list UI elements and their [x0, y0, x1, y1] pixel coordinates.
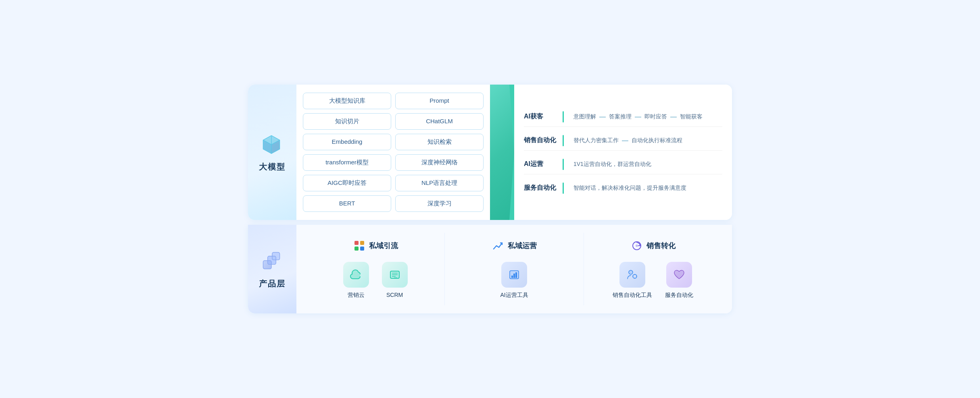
- arrow-icon: —: [635, 113, 641, 120]
- cap-label-aiops: AI运营: [524, 160, 556, 168]
- product-items-siyuyinliu: 营销云: [343, 262, 408, 299]
- product-items-siyuyunying: AI运营工具: [500, 262, 528, 299]
- cap-items-aiops: 1V1运营自动化，群运营自动化: [573, 161, 722, 168]
- arrow-icon: —: [622, 137, 628, 144]
- category-title-xiaoshouhuanhua: 销售转化: [646, 241, 676, 251]
- product-section: 私域引流 营销云: [296, 225, 732, 313]
- svg-rect-17: [360, 247, 364, 251]
- heart-icon: [666, 262, 692, 288]
- svg-rect-26: [515, 272, 517, 278]
- product-panel: 产品层: [248, 225, 296, 313]
- cap-item: 1V1运营自动化，群运营自动化: [573, 161, 651, 168]
- category-header-xiaoshouhuanhua: 销售转化: [630, 239, 676, 252]
- grid-icon: [353, 239, 366, 252]
- bottom-row: 产品层 私域引流: [248, 225, 732, 313]
- category-siyuyunying: 私域运营 AI运营工具: [445, 233, 584, 305]
- cap-item: 智能获客: [680, 113, 703, 120]
- tech-tag: AIGC即时应答: [303, 175, 391, 191]
- svg-rect-16: [354, 247, 359, 251]
- cloud-icon: [343, 262, 369, 288]
- product-name-yingxiaoyun: 营销云: [348, 292, 365, 299]
- product-name-scrm: SCRM: [386, 292, 403, 298]
- tech-tag: 深度学习: [395, 195, 484, 212]
- cap-items-service: 智能对话，解决标准化问题，提升服务满意度: [573, 184, 722, 192]
- capability-row-aiops: AI运营 1V1运营自动化，群运营自动化: [524, 155, 722, 174]
- cap-item: 答案推理: [609, 113, 632, 120]
- product-categories: 私域引流 营销云: [306, 233, 722, 305]
- cap-items-sales: 替代人力密集工作 — 自动化执行标准流程: [573, 137, 722, 144]
- tech-tag: BERT: [303, 195, 391, 212]
- product-item-salestool: 销售自动化工具: [613, 262, 652, 299]
- capability-row-ai-huoke: AI获客 意图理解 — 答案推理 — 即时应答 — 智能获客: [524, 107, 722, 127]
- cap-item: 即时应答: [644, 113, 667, 120]
- cube-icon: [260, 133, 284, 157]
- tech-tag: 知识检索: [395, 134, 484, 150]
- tech-tag: CHatGLM: [395, 113, 484, 130]
- main-container: 大模型 大模型知识库 Prompt 知识切片 CHatGLM Embedding…: [248, 85, 732, 313]
- ai-capabilities: AI获客 意图理解 — 答案推理 — 即时应答 — 智能获客 销售自动化 替代人…: [514, 85, 732, 220]
- person-gear-icon: [619, 262, 645, 288]
- tech-tag: Prompt: [395, 93, 484, 109]
- cap-divider: [563, 135, 564, 146]
- tech-tag: 知识切片: [303, 113, 391, 130]
- svg-rect-22: [394, 277, 397, 279]
- cap-label-ai-huoke: AI获客: [524, 112, 556, 121]
- product-item-yingxiaoyun: 营销云: [343, 262, 369, 299]
- product-item-serviceauto: 服务自动化: [665, 262, 693, 299]
- svg-rect-15: [360, 241, 364, 245]
- arrow-shape: [490, 85, 514, 220]
- category-title-siyuyinliu: 私域引流: [369, 241, 398, 251]
- blocks-icon: [260, 249, 284, 274]
- arrow-icon: —: [599, 113, 606, 120]
- tech-tag: NLP语言处理: [395, 175, 484, 191]
- svg-rect-25: [513, 274, 515, 278]
- product-name-aiyunying: AI运营工具: [500, 292, 528, 299]
- cap-label-sales: 销售自动化: [524, 136, 556, 145]
- cap-item: 替代人力密集工作: [573, 137, 619, 144]
- tech-tag: transformer模型: [303, 154, 391, 171]
- tech-tag: 深度神经网络: [395, 154, 484, 171]
- product-name-serviceauto: 服务自动化: [665, 292, 693, 299]
- cap-divider: [563, 182, 564, 194]
- tech-grid: 大模型知识库 Prompt 知识切片 CHatGLM Embedding 知识检…: [296, 85, 490, 220]
- arrow-icon: —: [670, 113, 677, 120]
- product-name-salestool: 销售自动化工具: [613, 292, 652, 299]
- svg-rect-24: [511, 276, 513, 278]
- cap-divider: [563, 159, 564, 170]
- gear-refresh-icon: [630, 239, 643, 252]
- cap-items-ai-huoke: 意图理解 — 答案推理 — 即时应答 — 智能获客: [573, 113, 722, 120]
- product-item-scrm: SCRM: [382, 262, 408, 299]
- product-label: 产品层: [259, 278, 286, 289]
- list-icon: [382, 262, 408, 288]
- cap-label-service: 服务自动化: [524, 184, 556, 192]
- product-item-aiyunying: AI运营工具: [500, 262, 528, 299]
- tech-tag: 大模型知识库: [303, 93, 391, 109]
- top-row: 大模型 大模型知识库 Prompt 知识切片 CHatGLM Embedding…: [248, 85, 732, 220]
- damo-label: 大模型: [259, 162, 286, 172]
- svg-point-29: [629, 270, 633, 274]
- svg-point-28: [636, 245, 638, 247]
- cap-divider: [563, 111, 564, 122]
- svg-rect-14: [354, 241, 359, 245]
- capability-row-sales: 销售自动化 替代人力密集工作 — 自动化执行标准流程: [524, 131, 722, 151]
- category-siyuyinliu: 私域引流 营销云: [306, 233, 445, 305]
- chart-line-icon: [492, 239, 505, 252]
- cap-item: 意图理解: [573, 113, 596, 120]
- category-xiaoshouhuanhua: 销售转化: [584, 233, 722, 305]
- category-title-siyuyunying: 私域运营: [508, 241, 537, 251]
- cap-item: 智能对话，解决标准化问题，提升服务满意度: [573, 184, 686, 192]
- tech-tag: Embedding: [303, 134, 391, 150]
- bar-chart-icon: [501, 262, 527, 288]
- cap-item: 自动化执行标准流程: [632, 137, 682, 144]
- product-items-xiaoshouhuanhua: 销售自动化工具 服务自动化: [613, 262, 693, 299]
- damo-panel: 大模型: [248, 85, 296, 220]
- category-header-siyuyinliu: 私域引流: [353, 239, 398, 252]
- capability-row-service: 服务自动化 智能对话，解决标准化问题，提升服务满意度: [524, 178, 722, 198]
- category-header-siyuyunying: 私域运营: [492, 239, 537, 252]
- arrow-connector: [490, 85, 514, 220]
